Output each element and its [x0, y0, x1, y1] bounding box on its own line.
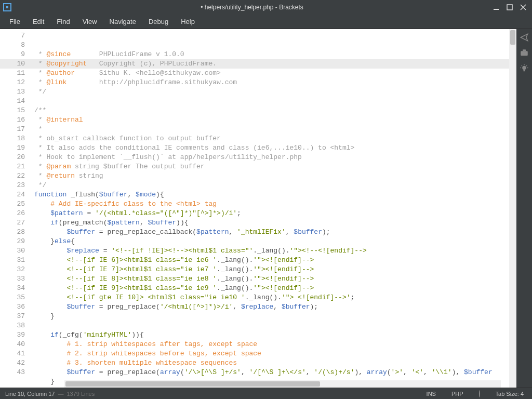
line-number[interactable]: 18	[0, 134, 25, 143]
tab-size[interactable]: Tab Size: 4	[493, 391, 527, 397]
window-title: • helpers/utility_helper.php - Brackets	[11, 4, 493, 11]
code-line[interactable]: $buffer = preg_replace_callback($pattern…	[34, 228, 516, 237]
code-line[interactable]: <!--[if IE 8]><html$1 class="ie ie8 '._l…	[34, 274, 516, 284]
gutter[interactable]: 7891011121314151617181920212223242526272…	[0, 29, 32, 388]
line-number[interactable]: 30	[0, 246, 25, 256]
line-number[interactable]: 41	[0, 349, 25, 358]
code-line[interactable]: * It also adds the conditional IE commen…	[34, 143, 516, 153]
code-line[interactable]: # 1. strip whitespaces after tags, excep…	[34, 340, 516, 349]
line-number[interactable]: 24	[0, 190, 25, 200]
lint-status[interactable]	[476, 391, 483, 397]
code-line[interactable]: $pattern = '/(<html.*class="([^"]*)"[^>]…	[34, 209, 516, 218]
line-number[interactable]: 12	[0, 78, 25, 87]
code-line[interactable]: # Add IE-specific class to the <html> ta…	[34, 200, 516, 209]
total-lines: 1379 Lines	[66, 391, 95, 397]
code-line[interactable]: */	[34, 87, 516, 97]
line-number[interactable]: 13	[0, 87, 25, 97]
code-line[interactable]: # 3. shorten multiple whitespace sequenc…	[34, 358, 516, 368]
extension-manager-icon[interactable]	[519, 48, 529, 58]
code-area[interactable]: * @since PHPLucidFrame v 1.0.0 * @copyri…	[32, 29, 516, 388]
code-line[interactable]: $buffer = preg_replace('/<html([^>]*)>/i…	[34, 302, 516, 312]
line-number[interactable]: 19	[0, 143, 25, 153]
code-line[interactable]: }	[34, 312, 516, 321]
line-number[interactable]: 42	[0, 358, 25, 368]
code-line[interactable]: * @param string $buffer The output buffe…	[34, 162, 516, 171]
line-number[interactable]: 17	[0, 125, 25, 134]
code-line[interactable]: <!--[if IE 9]><html$1 class="ie ie9 '._l…	[34, 284, 516, 293]
line-number[interactable]: 14	[0, 97, 25, 106]
code-line[interactable]: * @return string	[34, 171, 516, 181]
code-line[interactable]: <!--[if IE 7]><html$1 class="ie ie7 '._l…	[34, 265, 516, 274]
line-number[interactable]: 40	[0, 340, 25, 349]
code-line[interactable]: /**	[34, 106, 516, 115]
line-number[interactable]: 21	[0, 162, 25, 171]
line-number[interactable]: 38	[0, 321, 25, 330]
line-number[interactable]: 8	[0, 41, 25, 50]
menu-debug[interactable]: Debug	[143, 16, 174, 28]
live-preview-icon[interactable]	[519, 32, 529, 43]
code-line[interactable]: *	[34, 125, 516, 134]
horizontal-scrollbar-thumb[interactable]	[65, 381, 320, 387]
line-number[interactable]: 43	[0, 368, 25, 377]
menu-file[interactable]: File	[4, 16, 25, 28]
menu-navigate[interactable]: Navigate	[104, 16, 141, 28]
line-number[interactable]: 31	[0, 256, 25, 265]
code-line[interactable]: * @author Sithu K. <hello@sithukyaw.com>	[34, 69, 516, 78]
code-line[interactable]: * @internal	[34, 115, 516, 125]
line-number[interactable]: 16	[0, 115, 25, 125]
app-logo	[3, 3, 11, 11]
code-line[interactable]: * Hook to implement `__flush()` at app/h…	[34, 153, 516, 162]
code-line[interactable]: $buffer = preg_replace(array('/\>[^\S ]+…	[34, 368, 516, 377]
line-number[interactable]: 32	[0, 265, 25, 274]
insert-mode[interactable]: INS	[423, 391, 439, 397]
code-line[interactable]: * @since PHPLucidFrame v 1.0.0	[34, 50, 516, 59]
code-line[interactable]: <!--[if IE 6]><html$1 class="ie ie6 '._l…	[34, 256, 516, 265]
line-number[interactable]: 7	[0, 31, 25, 41]
code-line[interactable]: $replace = '<!--[if !IE]><!--><html$1 cl…	[34, 246, 516, 256]
svg-point-6	[522, 66, 526, 70]
code-line[interactable]	[34, 97, 516, 106]
code-line[interactable]	[34, 321, 516, 330]
line-number[interactable]: 9	[0, 50, 25, 59]
menu-find[interactable]: Find	[51, 16, 75, 28]
close-button[interactable]	[520, 4, 527, 11]
line-number[interactable]: 33	[0, 274, 25, 284]
language-mode[interactable]: PHP	[448, 391, 467, 397]
line-number[interactable]: 28	[0, 228, 25, 237]
menu-help[interactable]: Help	[176, 16, 200, 28]
minimize-button[interactable]	[493, 4, 500, 11]
menu-edit[interactable]: Edit	[28, 16, 49, 28]
code-line[interactable]: function _flush($buffer, $mode){	[34, 190, 516, 200]
maximize-button[interactable]	[506, 4, 513, 11]
vertical-scrollbar[interactable]	[509, 29, 516, 388]
line-number[interactable]: 35	[0, 293, 25, 302]
code-line[interactable]: # 2. strip whitespaces before tags, exce…	[34, 349, 516, 358]
code-line[interactable]: */	[34, 181, 516, 190]
line-number[interactable]: 26	[0, 209, 25, 218]
line-number[interactable]: 11	[0, 69, 25, 78]
line-number[interactable]: 22	[0, 171, 25, 181]
line-number[interactable]: 25	[0, 200, 25, 209]
code-line[interactable]: <!--[if gte IE 10]> <html$1 class="ie ie…	[34, 293, 516, 302]
bulb-icon[interactable]	[519, 63, 529, 74]
horizontal-scrollbar[interactable]	[64, 380, 501, 388]
line-number[interactable]: 15	[0, 106, 25, 115]
line-number[interactable]: 10	[0, 59, 32, 69]
menu-view[interactable]: View	[77, 16, 102, 28]
line-number[interactable]: 27	[0, 218, 25, 228]
line-number[interactable]: 20	[0, 153, 25, 162]
line-number[interactable]: 34	[0, 284, 25, 293]
line-number[interactable]: 39	[0, 330, 25, 340]
vertical-scrollbar-thumb[interactable]	[510, 30, 515, 45]
editor[interactable]: 7891011121314151617181920212223242526272…	[0, 29, 516, 388]
line-number[interactable]: 23	[0, 181, 25, 190]
code-line[interactable]: * @link http://phplucidframe.sithukyaw.c…	[34, 78, 516, 87]
code-line[interactable]: * ob_start callback function to output b…	[34, 134, 516, 143]
code-line[interactable]: }else{	[34, 237, 516, 246]
cursor-position[interactable]: Line 10, Column 17	[5, 391, 55, 397]
code-line[interactable]: if(_cfg('minifyHTML')){	[34, 330, 516, 340]
line-number[interactable]: 37	[0, 312, 25, 321]
code-line[interactable]: if(preg_match($pattern, $buffer)){	[34, 218, 516, 228]
line-number[interactable]: 36	[0, 302, 25, 312]
line-number[interactable]: 29	[0, 237, 25, 246]
